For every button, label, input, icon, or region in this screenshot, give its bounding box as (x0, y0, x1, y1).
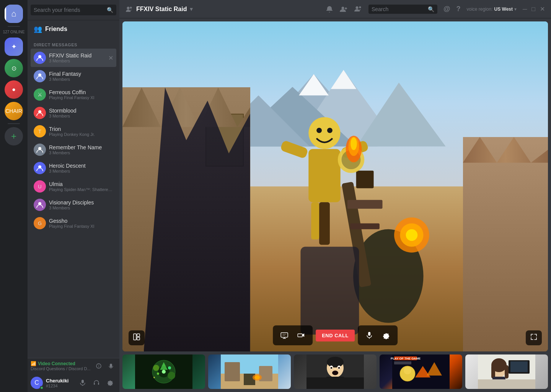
connected-sublabel: Discord Questions / Discord D... (31, 366, 93, 371)
dm-close-ffxiv[interactable]: ✕ (108, 54, 113, 62)
user-status-indicator (40, 386, 44, 390)
title-search-input[interactable] (368, 5, 437, 14)
svg-point-84 (332, 371, 338, 375)
dm-item-stormblood[interactable]: Stormblood 3 Members ✕ (31, 104, 116, 122)
svg-rect-12 (98, 383, 99, 385)
members-list-button[interactable] (354, 5, 362, 13)
voice-region-selector[interactable]: voice region: US West ▾ (466, 7, 517, 12)
svg-rect-96 (510, 361, 528, 372)
dm-avatar-remember (34, 144, 46, 156)
dm-item-heroic[interactable]: Heroic Descent 3 Members ✕ (31, 159, 116, 177)
dm-item-trion[interactable]: T Trion Playing Donkey Kong Jr. ✕ (31, 122, 116, 140)
add-friend-button[interactable] (339, 5, 348, 13)
notification-bell-button[interactable] (326, 5, 333, 13)
dm-info-ulmia: Ulmia Playing Spider-Man™: Shattered Dim… (49, 181, 113, 192)
user-area: C Cherukiki #1234 (28, 374, 119, 392)
dm-section-title: DIRECT MESSAGES (31, 36, 116, 49)
voice-region-value: US West (494, 7, 513, 12)
plus-icon: + (11, 131, 16, 142)
dm-avatar-visionary (34, 199, 46, 211)
help-button[interactable]: ? (456, 5, 460, 13)
friends-search-area: 🔍 (28, 0, 119, 20)
video-settings-button[interactable] (379, 328, 393, 342)
search-input[interactable] (31, 5, 116, 15)
dm-item-ferreous[interactable]: ⚔ Ferreous Coffin Playing Final Fantasy … (31, 85, 116, 104)
thumbnail-4[interactable]: PLAY OF THE GAME (380, 354, 462, 389)
title-dropdown-icon[interactable]: ▾ (190, 5, 193, 13)
close-button[interactable]: ✕ (540, 5, 545, 13)
dm-info-remember: Remember The Name 3 Members (49, 144, 113, 155)
svg-rect-40 (280, 140, 309, 159)
dm-avatar-ff (34, 70, 46, 82)
dm-item-ff[interactable]: Final Fantasy 3 Members ✕ (31, 67, 116, 85)
video-area: END CALL (119, 18, 551, 392)
svg-text:PLAY OF THE GAME: PLAY OF THE GAME (391, 357, 421, 360)
title-left: FFXIV Static Raid ▾ (126, 5, 193, 13)
dm-name-ferreous: Ferreous Coffin (49, 89, 113, 95)
svg-point-19 (359, 6, 361, 8)
dm-item-gessho[interactable]: G Gessho Playing Final Fantasy XI ✕ (31, 214, 116, 232)
thumbnail-2[interactable] (208, 354, 291, 389)
end-call-button[interactable]: END CALL (316, 330, 355, 341)
maximize-button[interactable]: □ (531, 6, 535, 13)
sv3-icon: ● (12, 86, 16, 93)
thumbnail-5[interactable] (465, 354, 548, 389)
thumbnail-strip: PLAY OF THE GAME (122, 354, 548, 389)
video-controls-bar: END CALL (273, 325, 398, 345)
dm-sub-visionary: 3 Members (49, 206, 113, 210)
server-icon-sv4[interactable]: CHAIR (5, 102, 23, 120)
video-sidebar-toggle[interactable] (129, 330, 145, 345)
dm-name-stormblood: Stormblood (49, 108, 113, 114)
add-server-button[interactable]: + (5, 127, 23, 145)
headset-button[interactable] (90, 377, 103, 389)
svg-rect-77 (326, 377, 345, 389)
svg-point-38 (327, 128, 333, 133)
svg-point-13 (127, 7, 130, 9)
server-icon-sv1[interactable]: ✦ (5, 38, 23, 56)
dm-avatar-ffxiv (34, 52, 46, 64)
connected-audio-button[interactable] (106, 361, 116, 371)
server-icon-sv2[interactable]: ⊙ (5, 59, 23, 77)
video-mic-button[interactable] (362, 328, 376, 342)
svg-rect-42 (319, 203, 330, 245)
main-content: FFXIV Static Raid ▾ 🔍 @ ? voice region: … (119, 0, 551, 392)
mention-button[interactable]: @ (443, 5, 450, 13)
dm-item-remember[interactable]: Remember The Name 3 Members ✕ (31, 140, 116, 159)
server-icon-home[interactable]: ⌂ (5, 5, 23, 23)
user-controls (77, 377, 116, 389)
thumbnail-1[interactable] (122, 354, 205, 389)
svg-text:i: i (98, 364, 99, 368)
dm-item-ffxiv[interactable]: FFXIV Static Raid 3 Members ✕ (31, 49, 116, 67)
search-wrapper: 🔍 (31, 5, 116, 15)
user-settings-button[interactable] (104, 377, 116, 389)
dm-item-visionary[interactable]: Visionary Disciples 3 Members ✕ (31, 196, 116, 214)
dm-info-heroic: Heroic Descent 3 Members (49, 163, 113, 173)
minimize-button[interactable]: ─ (523, 6, 527, 13)
thumbnail-3[interactable] (294, 354, 377, 389)
window-controls: ─ □ ✕ (523, 5, 545, 13)
dm-sub-ff: 3 Members (49, 77, 113, 82)
connected-info-button[interactable]: i (93, 361, 104, 371)
svg-point-59 (168, 372, 175, 379)
svg-point-18 (355, 6, 358, 9)
active-indicator (5, 7, 6, 21)
user-info: Cherukiki #1234 (46, 378, 73, 388)
dm-avatar-trion: T (34, 125, 46, 137)
server-icon-sv3[interactable]: ● (5, 80, 23, 99)
dm-item-ulmia[interactable]: U Ulmia Playing Spider-Man™: Shattered D… (31, 177, 116, 196)
svg-rect-49 (134, 334, 136, 340)
dm-name-gessho: Gessho (49, 218, 113, 224)
dm-sub-stormblood: 3 Members (49, 114, 113, 118)
video-expand-button[interactable] (526, 330, 542, 345)
camera-button[interactable] (294, 328, 308, 342)
dm-info-visionary: Visionary Disciples 3 Members (49, 199, 113, 210)
left-panel: 🔍 👥 Friends DIRECT MESSAGES FFXIV Static… (28, 0, 119, 392)
user-avatar: C (31, 377, 43, 389)
svg-point-58 (153, 365, 159, 371)
mic-button[interactable] (77, 377, 89, 389)
friends-nav-item[interactable]: 👥 Friends (28, 20, 119, 36)
user-tag-display: #1234 (46, 384, 73, 388)
svg-point-83 (338, 367, 340, 369)
svg-point-87 (404, 367, 411, 374)
screen-share-button[interactable] (277, 328, 291, 342)
